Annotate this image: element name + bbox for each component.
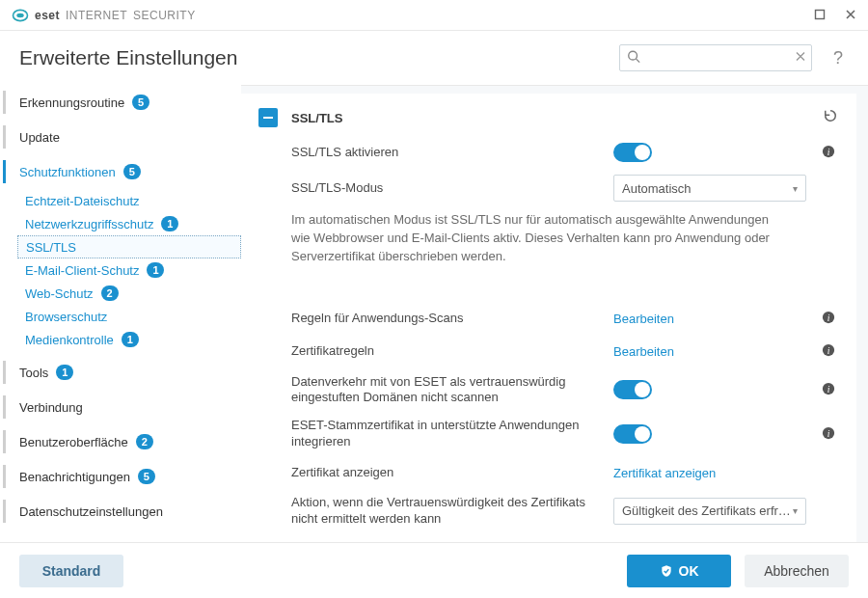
label-trusted-domains: Datenverkehr mit von ESET als vertrauens… [291,374,602,407]
sidebar-item-datenschutzeinstellungen[interactable]: Datenschutzeinstellungen [12,494,241,529]
sidebar-item-update[interactable]: Update [12,120,241,154]
info-cert-rules[interactable]: i [818,343,839,360]
label-ssl-enable: SSL/TLS aktivieren [291,145,602,161]
main: Erkennungsroutine5UpdateSchutzfunktionen… [0,85,868,542]
label-unknown-trust: Aktion, wenn die Vertrauenswürdigkeit de… [291,495,602,528]
section-title: SSL/TLS [291,111,808,125]
svg-text:i: i [827,313,830,323]
badge: 2 [101,285,119,301]
row-app-rules: Regeln für Anwendungs-Scans Bearbeiten i [241,303,856,336]
toggle-trusted-domains[interactable] [613,380,652,399]
titlebar: eset INTERNET SECURITY [0,0,868,31]
sidebar-item-tools[interactable]: Tools1 [12,355,241,390]
row-ssl-mode: SSL/TLS-Modus Automatisch ▾ [241,169,856,207]
search-input[interactable] [619,44,812,71]
row-ssl-enable: SSL/TLS aktivieren i [241,136,856,169]
ok-button[interactable]: OK [627,555,731,587]
badge: 5 [123,164,141,179]
row-root-cert: ESET-Stammzertifikat in unterstützte Anw… [241,412,856,456]
section-description: Im automatischen Modus ist SSL/TLS nur f… [241,207,810,278]
sidebar-item-verbindung[interactable]: Verbindung [12,390,241,424]
close-icon[interactable] [841,4,860,27]
sidebar-subitem-web-schutz[interactable]: Web-Schutz2 [17,282,241,305]
sidebar-item-label: Schutzfunktionen [19,165,116,179]
toggle-root-cert[interactable] [613,424,652,444]
info-trusted-domains[interactable]: i [818,382,839,398]
app-title-prefix: INTERNET [66,9,127,22]
label-ssl2: Mit veraltetem SSL2 verschlüsselten Date… [291,539,602,542]
badge: 1 [161,216,178,231]
badge: 1 [147,262,164,278]
row-show-cert: Zertifikat anzeigen Zertifikat anzeigen [241,456,856,489]
collapse-icon[interactable] [258,108,278,127]
label-root-cert: ESET-Stammzertifikat in unterstützte Anw… [291,418,602,450]
badge: 1 [56,365,73,380]
sidebar-item-benachrichtigungen[interactable]: Benachrichtigungen5 [12,459,241,494]
info-ssl-enable[interactable]: i [818,145,839,161]
clear-search-icon[interactable] [795,51,806,66]
panel: SSL/TLS SSL/TLS aktivieren i SSL/TLS-Mod… [241,94,856,542]
shield-icon [660,564,673,578]
label-ssl-mode: SSL/TLS-Modus [291,180,602,197]
sidebar-item-label: Erkennungsroutine [19,95,124,110]
sidebar-subitem-label: Medienkontrolle [25,333,114,347]
info-root-cert[interactable]: i [818,426,839,443]
brand: eset INTERNET SECURITY [12,7,196,24]
label-show-cert: Zertifikat anzeigen [291,465,602,481]
default-button[interactable]: Standard [19,555,123,587]
label-app-rules: Regeln für Anwendungs-Scans [291,311,602,327]
svg-text:i: i [827,427,830,438]
sidebar-subitem-browserschutz[interactable]: Browserschutz [17,305,241,328]
svg-text:i: i [827,383,830,394]
sidebar-subitem-echtzeit-dateischutz[interactable]: Echtzeit-Dateischutz [17,189,241,212]
svg-text:i: i [827,146,830,156]
svg-point-1 [16,13,24,17]
sidebar-subitem-ssl-tls[interactable]: SSL/TLS [17,235,241,258]
help-button[interactable]: ? [827,46,849,70]
chevron-down-icon: ▾ [793,183,798,194]
link-app-rules-edit[interactable]: Bearbeiten [613,312,674,326]
sidebar-item-benutzeroberfl-che[interactable]: Benutzeroberfläche2 [12,424,241,459]
badge: 1 [122,332,139,347]
sidebar-item-label: Update [19,130,60,145]
search-box [619,44,812,71]
badge: 2 [136,434,153,449]
sidebar-subitem-label: Browserschutz [25,310,107,324]
info-app-rules[interactable]: i [818,311,839,327]
sidebar-item-schutzfunktionen[interactable]: Schutzfunktionen5 [12,154,241,189]
sidebar-item-label: Benutzeroberfläche [19,435,128,449]
sidebar-subitem-netzwerkzugriffsschutz[interactable]: Netzwerkzugriffsschutz1 [17,212,241,235]
row-trusted-domains: Datenverkehr mit von ESET als vertrauens… [241,368,856,413]
sidebar-subitem-label: Web-Schutz [25,286,94,301]
sidebar-subitem-label: E-Mail-Client-Schutz [25,263,139,278]
toggle-ssl-enable[interactable] [613,143,652,162]
app-title-name: SECURITY [133,9,196,22]
section-header: SSL/TLS [241,94,856,136]
svg-rect-2 [816,10,825,18]
sidebar-subitem-medienkontrolle[interactable]: Medienkontrolle1 [17,328,241,351]
row-ssl2: Mit veraltetem SSL2 verschlüsselten Date… [241,533,856,542]
sidebar-item-label: Verbindung [19,400,83,415]
footer: Standard OK Abbrechen [0,542,868,598]
content: SSL/TLS SSL/TLS aktivieren i SSL/TLS-Mod… [241,85,868,542]
chevron-down-icon: ▾ [793,505,798,516]
badge: 5 [138,469,155,484]
link-cert-rules-edit[interactable]: Bearbeiten [613,344,674,359]
svg-rect-4 [263,117,273,119]
eset-logo-icon [12,7,29,24]
cancel-button[interactable]: Abbrechen [745,555,849,587]
maximize-icon[interactable] [810,4,829,27]
select-unknown-trust[interactable]: Gültigkeit des Zertifikats erfr… ▾ [613,498,806,525]
sidebar-subitem-label: SSL/TLS [26,240,76,255]
header: Erweiterte Einstellungen ? [0,31,868,85]
sidebar-item-erkennungsroutine[interactable]: Erkennungsroutine5 [12,85,241,120]
window-controls [810,4,860,27]
select-ssl-mode[interactable]: Automatisch ▾ [613,175,806,202]
sidebar-subitem-e-mail-client-schutz[interactable]: E-Mail-Client-Schutz1 [17,258,241,282]
row-unknown-trust: Aktion, wenn die Vertrauenswürdigkeit de… [241,489,856,533]
undo-icon[interactable] [822,107,839,128]
label-cert-rules: Zertifikatregeln [291,343,602,360]
row-cert-rules: Zertifikatregeln Bearbeiten i [241,336,856,368]
sidebar-subitem-label: Echtzeit-Dateischutz [25,194,140,208]
link-show-cert[interactable]: Zertifikat anzeigen [613,466,716,480]
